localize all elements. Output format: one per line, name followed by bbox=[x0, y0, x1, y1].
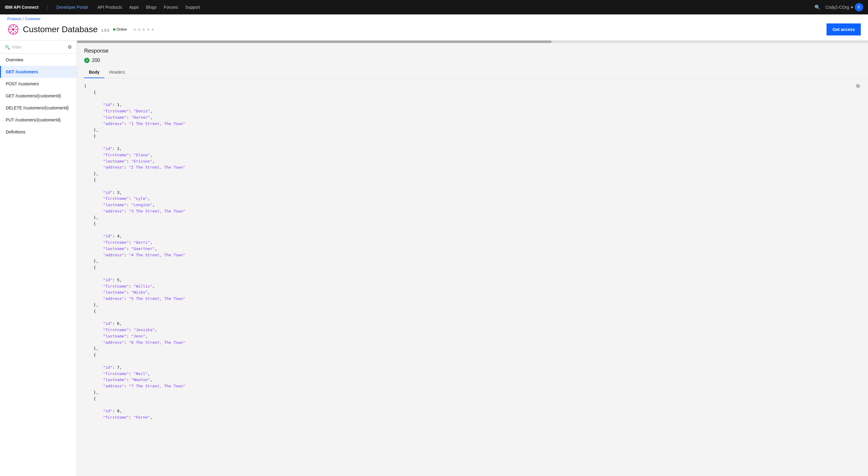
sidebar-item-post-customers[interactable]: POST /customers bbox=[0, 78, 76, 90]
page-title: Customer Database bbox=[23, 25, 98, 34]
response-container: Response ✓ 200 Body Headers ⧉ [ { "id": … bbox=[77, 43, 868, 425]
nav-links: API Products Apps Blogs Forums Support bbox=[97, 5, 200, 10]
user-menu[interactable]: Cody2-COrg ▾ C bbox=[825, 3, 863, 11]
star-3[interactable]: ★ bbox=[142, 27, 146, 32]
avatar: C bbox=[855, 3, 863, 11]
breadcrumb-customer[interactable]: Customer bbox=[25, 17, 40, 21]
search-icon: 🔍 bbox=[5, 45, 10, 50]
nav-blogs[interactable]: Blogs bbox=[146, 5, 157, 10]
breadcrumb: Products / Customer bbox=[7, 17, 861, 21]
status-indicator: Online bbox=[113, 27, 127, 32]
response-status: ✓ 200 bbox=[84, 58, 861, 63]
svg-line-7 bbox=[15, 31, 17, 33]
scrollbar-thumb bbox=[77, 40, 552, 43]
nav-support[interactable]: Support bbox=[185, 5, 200, 10]
star-rating[interactable]: ★ ★ ★ ★ ★ bbox=[133, 27, 155, 32]
developer-portal-link[interactable]: Developer Portal bbox=[57, 5, 88, 10]
json-content: [ { "id": 1, "firstname": "Denis", "last… bbox=[84, 83, 861, 421]
sidebar-item-get-customer-id[interactable]: GET /customers/{customerId} bbox=[0, 90, 76, 102]
horizontal-scrollbar[interactable] bbox=[77, 40, 868, 43]
status-label: Online bbox=[117, 27, 127, 32]
sidebar-item-definitions[interactable]: Definitions bbox=[0, 126, 76, 138]
breadcrumb-separator: / bbox=[23, 17, 24, 21]
page-header: Products / Customer Customer Database 1.… bbox=[0, 14, 868, 40]
star-1[interactable]: ★ bbox=[133, 27, 137, 32]
breadcrumb-products[interactable]: Products bbox=[7, 17, 21, 21]
tab-body[interactable]: Body bbox=[84, 67, 104, 78]
svg-point-1 bbox=[12, 28, 14, 31]
star-5[interactable]: ★ bbox=[151, 27, 155, 32]
json-body: ⧉ [ { "id": 1, "firstname": "Denis", "la… bbox=[77, 78, 868, 425]
tabs-bar: Body Headers bbox=[77, 67, 868, 78]
copy-button[interactable]: ⧉ bbox=[855, 82, 861, 90]
api-icon bbox=[7, 24, 19, 35]
svg-line-6 bbox=[10, 26, 12, 28]
sidebar-item-delete-customer-id[interactable]: DELETE /customers/{customerId} bbox=[0, 102, 76, 114]
nav-apps[interactable]: Apps bbox=[129, 5, 139, 10]
star-4[interactable]: ★ bbox=[146, 27, 150, 32]
top-navigation: IBM API Connect | Developer Portal API P… bbox=[0, 0, 868, 14]
main-layout: 🔍 ⚙ Overview GET /customers POST /custom… bbox=[0, 40, 868, 476]
sidebar: 🔍 ⚙ Overview GET /customers POST /custom… bbox=[0, 40, 77, 476]
sidebar-item-overview[interactable]: Overview bbox=[0, 54, 76, 66]
nav-divider: | bbox=[47, 5, 48, 10]
sidebar-item-put-customer-id[interactable]: PUT /customers/{customerId} bbox=[0, 114, 76, 126]
filter-icon[interactable]: ⚙ bbox=[68, 44, 72, 50]
status-dot bbox=[113, 28, 116, 31]
sidebar-nav: Overview GET /customers POST /customers … bbox=[0, 54, 76, 476]
nav-api-products[interactable]: API Products bbox=[97, 5, 122, 10]
brand-label: IBM API Connect bbox=[5, 5, 38, 10]
title-row: Customer Database 1.0.0 Online ★ ★ ★ ★ ★… bbox=[7, 24, 861, 35]
chevron-down-icon: ▾ bbox=[851, 5, 853, 10]
response-header: Response ✓ 200 bbox=[77, 43, 868, 67]
nav-forums[interactable]: Forums bbox=[164, 5, 178, 10]
get-access-button[interactable]: Get access bbox=[827, 24, 861, 35]
svg-line-8 bbox=[15, 26, 17, 28]
sidebar-search-bar: 🔍 ⚙ bbox=[0, 40, 76, 54]
username-label: Cody2-COrg bbox=[825, 5, 849, 10]
nav-right: 🔍 Cody2-COrg ▾ C bbox=[814, 3, 863, 11]
response-label: Response bbox=[84, 48, 861, 54]
success-icon: ✓ bbox=[84, 58, 90, 63]
status-code: 200 bbox=[92, 58, 100, 63]
content-area: Response ✓ 200 Body Headers ⧉ [ { "id": … bbox=[77, 40, 868, 476]
version-badge: 1.0.0 bbox=[101, 28, 110, 32]
star-2[interactable]: ★ bbox=[137, 27, 141, 32]
tab-headers[interactable]: Headers bbox=[104, 67, 130, 78]
filter-input[interactable] bbox=[12, 45, 65, 50]
sidebar-item-get-customers[interactable]: GET /customers bbox=[0, 66, 76, 78]
svg-line-9 bbox=[10, 31, 12, 33]
search-icon[interactable]: 🔍 bbox=[814, 4, 820, 10]
